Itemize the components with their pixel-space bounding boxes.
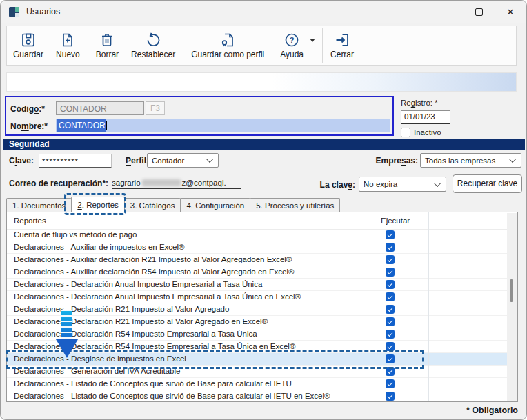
guardar-label: Guardar [13, 50, 43, 59]
ejecutar-checkbox[interactable] [386, 367, 395, 376]
table-row[interactable]: Declaraciones - Listado de Conceptos que… [7, 390, 507, 401]
user-id-fieldset: Código:* CONTADOR F3 Nombre:* CONTADOR [5, 96, 394, 136]
chevron-down-icon[interactable] [310, 39, 315, 42]
table-row[interactable]: Declaraciones - Auxiliar declaración R21… [7, 254, 507, 266]
table-row[interactable]: Declaraciones - Declaración R54 Impuesto… [7, 341, 507, 353]
tab-documentos[interactable]: 1. Documentos [6, 198, 72, 212]
report-name: Declaraciones - Declaración Anual Impues… [14, 292, 301, 301]
ejecutar-cell [386, 367, 395, 376]
close-icon: ✕ [507, 8, 515, 17]
column-header-reportes: Reportes [14, 217, 46, 225]
table-row[interactable]: Declaraciones - Desglose de impuestos en… [7, 353, 507, 366]
minimize-icon [444, 12, 450, 12]
ejecutar-cell [386, 392, 395, 401]
la-clave-value: No expira [364, 180, 397, 188]
header-band [6, 72, 517, 92]
borrar-label: Borrar [96, 50, 119, 59]
report-name: Declaraciones - Auxiliar declaración R21… [14, 255, 292, 263]
restablecer-button[interactable]: Restablecer [125, 26, 181, 65]
nuevo-button[interactable]: Nuevo [50, 26, 86, 65]
seguridad-section-header: Seguridad [3, 139, 525, 150]
ejecutar-checkbox[interactable] [386, 280, 395, 289]
chevron-down-icon [206, 156, 213, 163]
maximize-button[interactable] [463, 1, 495, 23]
f3-hint: F3 [146, 101, 165, 115]
report-name: Declaraciones - Listado de Conceptos que… [14, 379, 292, 388]
table-row[interactable]: Declaraciones - Generación del IVA Acred… [7, 366, 507, 378]
titlebar: Usuarios ✕ [1, 1, 526, 23]
ejecutar-checkbox[interactable] [386, 230, 395, 239]
report-name: Declaraciones - Declaración R21 Impuesto… [14, 305, 229, 313]
la-clave-dropdown[interactable]: No expira [359, 177, 446, 192]
close-button[interactable]: ✕ [495, 1, 526, 23]
ejecutar-checkbox[interactable] [386, 392, 395, 401]
tab-procesos-y-utilerias[interactable]: 5. Procesos y utilerías [250, 198, 340, 212]
registro-field[interactable]: 01/01/23 [401, 110, 450, 124]
toolbar: Guardar Nuevo Borrar Restablecer Guardar… [6, 26, 517, 66]
save-profile-icon [219, 32, 236, 48]
table-row[interactable]: Declaraciones - Auxiliar declaración R54… [7, 266, 507, 279]
usuarios-window: Usuarios ✕ Guardar Nuevo Borrar Restable… [0, 0, 527, 420]
selected-text: CONTADOR [57, 119, 106, 132]
codigo-field[interactable]: CONTADOR [56, 101, 144, 115]
help-icon: ? [284, 32, 300, 48]
report-name: Declaraciones - Declaración R21 Impuesto… [14, 317, 268, 326]
ejecutar-checkbox[interactable] [386, 292, 395, 301]
table-row[interactable]: Declaraciones - Declaración R54 Impuesto… [7, 328, 507, 341]
reportes-panel: Reportes Ejecutar Cuenta de flujo vs mét… [6, 212, 518, 402]
report-name: Declaraciones - Auxiliar declaración R54… [14, 268, 295, 276]
ejecutar-checkbox[interactable] [386, 305, 395, 314]
tab-configuracion[interactable]: 4. Configuración [180, 198, 250, 212]
inactivo-label: Inactivo [414, 128, 441, 137]
recuperar-clave-button[interactable]: Recuperar clave [453, 174, 522, 193]
ejecutar-cell [386, 280, 395, 289]
guardar-como-perfil-button[interactable]: Guardar como perfil [185, 26, 270, 65]
nombre-field[interactable]: CONTADOR [56, 119, 390, 132]
minimize-button[interactable] [431, 1, 463, 23]
cerrar-label: Cerrar [330, 50, 354, 59]
table-row[interactable]: Declaraciones - Declaración Anual Impues… [7, 291, 507, 303]
ejecutar-checkbox[interactable] [386, 354, 395, 363]
cerrar-button[interactable]: Cerrar [324, 26, 360, 65]
correo-end: z@contpaqi. [182, 179, 226, 187]
ejecutar-checkbox[interactable] [386, 342, 395, 351]
ayuda-button[interactable]: ? Ayuda [274, 30, 310, 61]
inactivo-checkbox[interactable] [401, 128, 410, 137]
toolbar-separator [272, 28, 272, 63]
table-row[interactable]: Declaraciones - Declaración R21 Impuesto… [7, 316, 507, 328]
text-caret [106, 121, 107, 130]
window-title: Usuarios [26, 7, 60, 17]
guardar-como-perfil-label: Guardar como perfil [191, 50, 264, 59]
guardar-button[interactable]: Guardar [7, 26, 50, 65]
toolbar-separator [183, 28, 183, 63]
tab-reportes[interactable]: 2. Reportes [71, 197, 124, 212]
nuevo-label: Nuevo [56, 50, 80, 59]
correo-field[interactable]: sagrarioz@contpaqi. [112, 177, 241, 189]
table-row[interactable]: Declaraciones - Listado de Conceptos que… [7, 378, 507, 390]
redacted-text [142, 179, 181, 186]
table-row[interactable]: Cuenta de flujo vs método de pago [7, 229, 507, 241]
ejecutar-checkbox[interactable] [386, 330, 395, 339]
table-row[interactable]: Declaraciones - Declaración Anual Impues… [7, 279, 507, 291]
report-name: Declaraciones - Declaración R54 Impuesto… [14, 342, 295, 350]
table-row[interactable]: Declaraciones - Auxiliar de impuestos en… [7, 241, 507, 254]
ejecutar-checkbox[interactable] [386, 317, 395, 326]
report-name: Declaraciones - Auxiliar de impuestos en… [14, 243, 185, 251]
ejecutar-checkbox[interactable] [386, 255, 395, 264]
vertical-scrollbar[interactable] [507, 213, 517, 401]
empresas-dropdown[interactable]: Todas las empresas [420, 153, 521, 168]
ejecutar-checkbox[interactable] [386, 268, 395, 277]
ejecutar-checkbox[interactable] [386, 243, 395, 252]
ayuda-label: Ayuda [280, 50, 304, 59]
scrollbar-thumb[interactable] [510, 279, 513, 302]
tab-catalogos[interactable]: 3. Catálogos [124, 198, 181, 212]
chevron-down-icon [509, 156, 516, 163]
nombre-label: Nombre:* [10, 121, 48, 131]
perfil-dropdown[interactable]: Contador [147, 153, 219, 168]
ejecutar-checkbox[interactable] [386, 379, 395, 388]
clave-field[interactable]: ********** [39, 154, 112, 168]
table-row[interactable]: Declaraciones - Declaración R21 Impuesto… [7, 303, 507, 316]
tab-strip: 1. Documentos 2. Reportes 3. Catálogos 4… [6, 197, 339, 212]
borrar-button[interactable]: Borrar [90, 26, 125, 65]
ejecutar-cell [386, 354, 395, 363]
